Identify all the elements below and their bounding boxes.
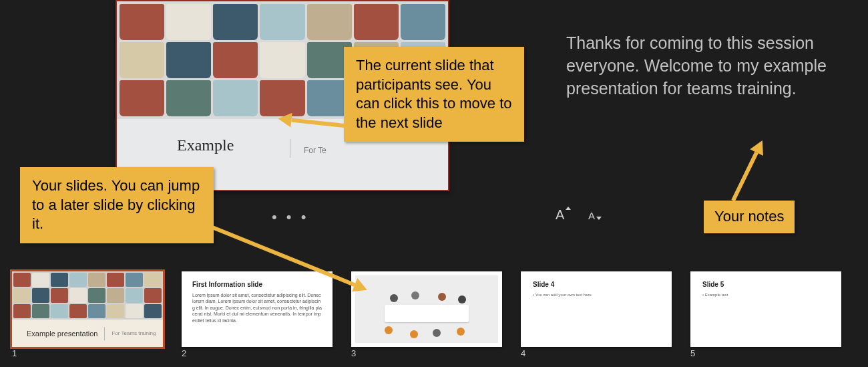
annotation-notes: Your notes [704, 201, 795, 233]
increase-font-button[interactable]: A [556, 207, 564, 223]
thumbnail-1-title: Example presentation [27, 330, 97, 338]
thumbnail-4[interactable]: Slide 4 • You can add your own text here [521, 271, 672, 347]
current-slide-subtitle: For Te [304, 146, 327, 155]
thumbnail-2[interactable]: First Information slide Lorem ipsum dolo… [182, 271, 333, 347]
thumbnail-2-title: First Information slide [192, 281, 322, 288]
thumbnail-1-number: 1 [12, 348, 163, 358]
current-slide-divider [290, 139, 290, 158]
thumbnail-1-subtitle: For Teams training [112, 330, 156, 336]
thumbnail-1[interactable]: Example presentation For Teams training [12, 271, 163, 347]
thumbnail-4-wrap: Slide 4 • You can add your own text here… [521, 271, 672, 358]
notes-font-size-controls: A A [556, 207, 603, 223]
presenter-notes: Thanks for coming to this session everyo… [566, 32, 847, 100]
thumbnail-5-number: 5 [690, 348, 841, 358]
current-slide-title: Example [177, 136, 234, 154]
thumbnail-4-number: 4 [521, 348, 672, 358]
thumbnail-4-body: • You can add your own text here [533, 292, 660, 297]
thumbnail-2-wrap: First Information slide Lorem ipsum dolo… [182, 271, 333, 358]
annotation-thumbnails: Your slides. You can jump to a later sli… [20, 167, 214, 243]
thumbnail-5-title: Slide 5 [702, 281, 829, 288]
thumbnail-4-title: Slide 4 [533, 281, 660, 288]
thumbnail-5-body: • Example text [702, 292, 829, 297]
thumbnail-2-body: Lorem ipsum dolor sit amet, consectetur … [192, 292, 322, 324]
thumbnail-1-wrap: Example presentation For Teams training … [12, 271, 163, 358]
annotation-current-slide: The current slide that participants see.… [344, 47, 524, 142]
slide-thumbnail-strip: Example presentation For Teams training … [12, 271, 856, 358]
thumbnail-3-wrap: 3 [351, 271, 502, 358]
decrease-font-button[interactable]: A [588, 210, 595, 221]
thumbnail-5[interactable]: Slide 5 • Example text [690, 271, 841, 347]
more-options-button[interactable]: • • • [272, 209, 308, 226]
thumbnail-3[interactable] [351, 271, 502, 347]
thumbnail-2-number: 2 [182, 348, 333, 358]
thumbnail-3-number: 3 [351, 348, 502, 358]
thumbnail-5-wrap: Slide 5 • Example text 5 [690, 271, 841, 358]
